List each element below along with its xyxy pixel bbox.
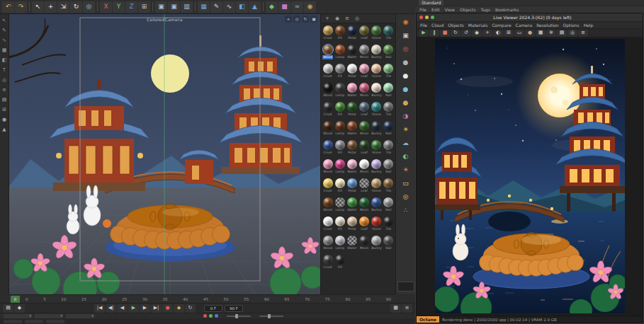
material-swatch[interactable]: Stone [371,139,383,158]
lv-menu-camera[interactable]: Camera [516,23,533,28]
material-swatch[interactable]: Stone [371,216,383,234]
maximize-icon[interactable] [431,16,434,19]
material-swatch[interactable]: Bunny [371,120,383,139]
lv-passes-icon[interactable]: ▤ [557,30,567,37]
lv-clay-mode-icon[interactable]: ● [525,30,535,37]
current-frame-field[interactable]: 0 F [204,305,222,312]
material-swatch[interactable]: Crust [322,139,334,158]
key-properties-icon[interactable]: ◆ [14,304,25,313]
material-swatch[interactable]: Moon [358,120,370,139]
axis-lock-x-icon[interactable]: X [100,1,112,13]
material-swatch[interactable]: Lamp [334,82,346,100]
simulate-icon[interactable]: ≈ [291,1,303,13]
window-menu-edit[interactable]: Edit [431,7,440,13]
layout-select[interactable]: Standard [419,0,444,6]
render-view[interactable] [417,37,643,316]
lv-pick-material-icon[interactable]: ◐ [493,30,503,37]
lv-film-region-icon[interactable]: ▭ [514,30,524,37]
material-swatch[interactable]: Stone [371,178,383,196]
close-icon[interactable] [419,16,423,19]
material-swatch[interactable]: Lamp [334,44,346,62]
split-mode-icon[interactable]: ◧ [1,56,9,64]
loop-icon[interactable]: ↻ [185,304,196,313]
material-swatch[interactable]: Tile [383,63,395,81]
axis-lock-z-icon[interactable]: Z [125,1,137,13]
material-swatch[interactable]: Leaf [358,101,370,120]
axis-z-toggle[interactable] [215,314,218,318]
coord-z-field[interactable] [46,320,64,323]
material-swatch[interactable]: Moon [358,197,370,215]
material-swatch[interactable]: Bunny [371,44,383,62]
material-swatch[interactable]: Fill [334,139,346,158]
play-icon[interactable]: ▶ [128,304,139,313]
material-swatch[interactable]: Rail [383,158,395,177]
display-select[interactable] [35,314,63,318]
octane-logo-icon[interactable]: ◉ [398,16,414,28]
layers-icon[interactable]: ▤ [1,96,9,104]
extrude-icon[interactable]: ▲ [249,1,261,13]
lv-settings-icon[interactable]: ≡ [578,30,588,37]
viewport-camera-label[interactable]: ColoredCamera [147,17,182,22]
goto-end-icon[interactable]: ▶| [151,304,162,313]
material-swatch[interactable]: Stone [371,101,383,120]
spline-icon[interactable]: ∿ [223,1,235,13]
minimize-icon[interactable] [425,16,429,19]
daylight-icon[interactable]: ☀ [398,164,414,176]
material-swatch[interactable]: Water [346,44,358,62]
material-swatch[interactable]: Bunny [371,82,383,100]
specular-material-icon[interactable]: ● [398,83,414,96]
axis-mode-icon[interactable]: ▲ [1,125,9,134]
material-swatch[interactable]: Rail [383,197,395,215]
vp-pan-icon[interactable]: + [285,16,292,23]
lv-stop-icon[interactable]: ■ [440,30,450,37]
render-view-icon[interactable]: ▣ [155,1,167,13]
material-swatch[interactable]: Water [346,82,358,100]
material-swatch[interactable]: Petal [346,63,358,81]
material-swatch[interactable]: Leaf [358,25,370,43]
spline-mode-icon[interactable]: ∿ [1,36,9,45]
lv-menu-materials[interactable]: Materials [468,23,488,28]
material-swatch[interactable]: Petal [346,25,358,43]
material-swatch[interactable]: Tile [383,101,395,120]
render-settings-icon[interactable]: ▥ [181,1,193,13]
material-swatch[interactable]: Lamp [334,158,346,177]
material-swatch[interactable]: Tile [383,178,395,196]
material-swatch[interactable]: Leaf [358,139,370,158]
end-frame-field[interactable]: 90 F [225,305,243,312]
material-swatch[interactable]: Leaf [358,63,370,81]
emission-icon[interactable]: ☀ [398,124,414,136]
material-swatch[interactable]: Wood [322,197,334,215]
draw-icon[interactable]: ✎ [1,26,9,35]
material-swatch[interactable]: Petal [346,216,358,234]
material-swatch[interactable]: Fill [334,101,346,120]
next-frame-icon[interactable]: ▶ [140,304,150,313]
lv-region-icon[interactable]: ⊞ [504,30,514,37]
redo-icon[interactable]: ↷ [15,1,27,13]
zoom-slider[interactable] [259,316,283,317]
material-swatch[interactable]: Wood [322,44,334,62]
prev-key-icon[interactable]: ◀| [106,304,116,313]
pen-tool-icon[interactable]: ✎ [210,1,222,13]
filter-select[interactable] [4,314,32,318]
lv-menu-file[interactable]: File [420,23,427,28]
vp-maximize-icon[interactable]: ▣ [310,16,317,23]
material-swatch[interactable]: Petal [346,139,358,158]
material-swatch[interactable]: Crust [322,63,334,81]
scatter-icon[interactable]: ∴ [398,204,414,216]
axis-lock-y-icon[interactable]: Y [113,1,125,13]
fields-icon[interactable]: ◉ [304,1,316,13]
window-menu-view[interactable]: View [445,7,455,13]
timeline-options-icon[interactable]: ≡ [402,304,412,313]
coord-x-field[interactable] [4,320,22,323]
mat-create-icon[interactable]: + [323,15,332,23]
target-light-icon[interactable]: ◎ [398,191,414,203]
mix-material-icon[interactable]: ◑ [398,110,414,122]
mat-sphere-icon[interactable]: ◉ [333,15,341,23]
lv-menu-compare[interactable]: Compare [492,23,511,28]
material-swatch[interactable]: Lamp [334,235,346,253]
snap-select[interactable] [66,314,94,318]
material-swatch[interactable]: Wood [322,158,334,177]
material-swatch[interactable]: Rail [383,44,395,62]
coord-y-field[interactable] [25,320,43,323]
material-swatch[interactable]: Bunny [371,197,383,215]
